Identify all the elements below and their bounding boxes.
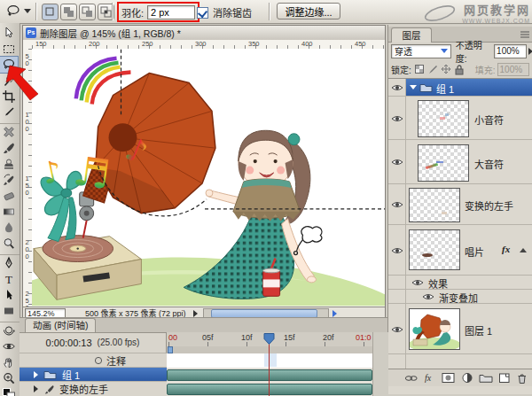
subtract-from-selection-button[interactable] [79,4,96,20]
visibility-eye-icon[interactable] [391,200,403,209]
visibility-eye-icon[interactable] [391,83,403,92]
visibility-eye-icon[interactable] [391,114,403,123]
left-hand-track[interactable] [167,382,372,396]
timecode: 00 [168,333,177,342]
timeline-row-group1[interactable]: 组 1 [20,368,167,382]
lock-pixels-icon[interactable] [427,64,439,74]
layer-row-left-hand[interactable]: 变换的左手 [388,184,532,225]
layer-name: 唱片 [465,245,484,259]
tool-history-brush[interactable] [0,172,18,188]
canvas-illustration[interactable]: ♪ ♬ ♪ [32,49,385,307]
tool-clone-stamp[interactable] [0,156,18,172]
antialias-checkbox[interactable] [197,7,208,19]
layer-thumbnail[interactable] [409,308,460,350]
tool-brush[interactable] [0,140,18,156]
tool-move[interactable] [0,25,18,41]
tool-shape[interactable] [0,303,18,319]
visibility-eye-icon[interactable] [422,292,434,301]
delete-layer-icon[interactable] [516,372,528,384]
add-mask-icon[interactable] [442,372,456,384]
blend-mode-select[interactable]: 穿透 [391,44,451,58]
folder-icon [419,82,433,92]
link-layers-icon[interactable] [404,373,419,384]
layer-duration-bar[interactable] [167,369,372,381]
layers-tab[interactable]: 图层 [391,27,432,43]
layer-style-fx-icon[interactable]: fx [424,372,436,384]
timeline-row-comments[interactable]: 注释 [20,353,167,368]
tool-preset-picker[interactable] [5,4,31,19]
watermark: 网页教学网 WWW.WEBJX.COM [426,1,530,24]
adjustment-layer-icon[interactable] [461,372,473,384]
new-layer-icon[interactable] [498,372,511,384]
ruler-label: 250 [142,40,153,48]
timecode: 15f [284,333,295,342]
timeline-scrollbar[interactable] [372,332,388,396]
options-bar: 羽化: 消除锯齿 调整边缘... 网页教学网 WWW.WEBJX.COM [0,0,532,24]
tool-eyedropper[interactable] [0,105,18,120]
group-expand-icon[interactable] [410,85,417,89]
tool-hand[interactable] [0,354,18,370]
track-expand-icon[interactable] [34,385,38,392]
lock-position-icon[interactable] [441,64,452,74]
ruler-label: 200 [23,238,31,260]
new-selection-button[interactable] [42,4,59,20]
tool-path-selection[interactable] [0,287,18,303]
add-to-selection-button[interactable] [60,4,77,20]
tool-rectangular-marquee[interactable] [0,41,18,57]
layer-row-big-note[interactable]: 大音符 [388,140,532,184]
panel-menu-icon[interactable] [520,30,530,39]
tool-zoom[interactable] [0,370,18,386]
scroll-right-icon[interactable] [332,310,337,317]
layer-row-layer1[interactable]: 图层 1 [388,304,532,354]
tool-eraser[interactable] [0,188,18,204]
color-swatches[interactable] [0,386,18,396]
layer-row-small-note[interactable]: 小音符 [388,97,532,140]
opacity-slider-icon[interactable] [528,48,532,55]
visibility-eye-icon[interactable] [391,325,403,334]
timecode: 10f [241,333,253,342]
animation-tab[interactable]: 动画 (时间轴) [25,318,96,332]
lock-transparency-icon[interactable] [414,64,426,74]
document-window: Ps 删除图层 @ 145% (组 1, RGB/8) * 150 200 25… [22,25,386,317]
layer-duration-bar[interactable] [167,384,372,395]
work-area-start-marker[interactable] [168,346,173,353]
fx-badge[interactable]: fx [502,244,510,254]
layer-thumbnail[interactable] [409,188,460,222]
refine-edge-button[interactable]: 调整边缘... [277,3,340,19]
layer-thumbnail[interactable] [418,100,469,137]
new-group-icon[interactable] [479,372,493,384]
track-expand-icon[interactable] [34,371,38,378]
layer-row-effects[interactable]: 效果 [388,276,532,290]
layer-thumbnail[interactable] [418,144,469,182]
tool-gradient[interactable] [0,204,18,220]
fx-collapse-icon[interactable] [520,248,527,252]
playhead-marker[interactable] [262,332,276,346]
tool-3d-rotate[interactable] [0,322,18,338]
comments-track[interactable] [167,353,372,369]
visibility-eye-icon[interactable] [411,278,424,287]
chevron-down-icon [24,9,31,13]
tool-blur[interactable] [0,220,18,236]
timeline-row-left-hand[interactable]: 变换的左手 [20,382,167,396]
document-titlebar[interactable]: Ps 删除图层 @ 145% (组 1, RGB/8) * [23,26,385,41]
layer-row-gradient-overlay[interactable]: 渐变叠加 [388,290,532,304]
group1-track[interactable] [167,368,372,382]
tool-healing-brush[interactable] [0,124,18,140]
tool-pen[interactable] [0,255,18,271]
lasso-icon [5,4,21,19]
feather-input[interactable] [147,5,195,19]
layer-thumbnail[interactable] [409,229,460,270]
opacity-value[interactable]: 100% [494,44,527,58]
layer-row-record[interactable]: 唱片 fx [388,225,532,276]
tool-3d-orbit[interactable] [0,338,18,354]
scrollbar-thumb[interactable] [211,309,317,318]
tool-type[interactable]: T [0,271,18,287]
tool-dodge[interactable] [0,236,18,252]
watermark-swirl-icon [422,4,459,22]
layer-row-group1[interactable]: 组 1 [388,79,532,97]
visibility-eye-icon[interactable] [391,246,403,255]
visibility-eye-icon[interactable] [391,158,403,167]
status-expand-icon[interactable] [193,310,198,317]
lock-all-icon[interactable] [454,64,465,75]
feather-label: 羽化: [121,5,144,19]
